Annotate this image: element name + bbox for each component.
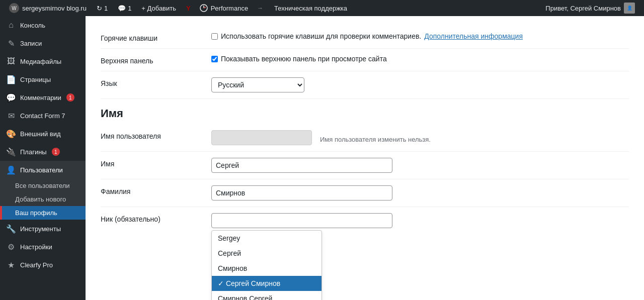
sidebar-label-console: Консоль — [20, 22, 45, 29]
nick-input[interactable] — [211, 213, 392, 228]
username-row: Имя пользователя Имя пользователя измени… — [101, 124, 629, 152]
username-label: Имя пользователя — [101, 130, 201, 140]
sidebar-label-clearfy: Clearfy Pro — [20, 261, 53, 269]
dropdown-option-3[interactable]: ✓ Сергей Смирнов — [212, 276, 321, 291]
sidebar-item-comments[interactable]: 💬 Комментарии 1 — [0, 88, 86, 107]
user-avatar: 👤 — [624, 3, 635, 14]
firstname-input[interactable] — [211, 158, 392, 173]
sidebar-label-settings: Настройки — [20, 243, 52, 251]
performance-icon — [199, 3, 209, 13]
sidebar-item-media[interactable]: 🖼 Медиафайлы — [0, 52, 86, 70]
adminbar-performance[interactable]: Performance — [196, 0, 251, 16]
hotkeys-checkbox-label[interactable]: Использовать горячие клавиши для проверк… — [211, 32, 523, 40]
profile-label: Ваш профиль — [15, 209, 57, 217]
hotkeys-content: Использовать горячие клавиши для проверк… — [211, 32, 629, 40]
sidebar-item-console[interactable]: ⌂ Консоль — [0, 16, 86, 34]
admin-bar: W sergeysmirnov blog.ru ↻ 1 💬 1 + Добави… — [0, 0, 644, 16]
sidebar-item-settings[interactable]: ⚙ Настройки — [0, 238, 86, 256]
username-display — [211, 130, 312, 145]
plugins-badge: 1 — [52, 148, 60, 156]
tools-icon: 🔧 — [6, 224, 16, 234]
dropdown-option-0[interactable]: Sergey — [212, 231, 321, 246]
sidebar-item-plugins[interactable]: 🔌 Плагины 1 — [0, 143, 86, 161]
sidebar-label-users: Пользователи — [20, 166, 63, 174]
update-count: 1 — [104, 5, 108, 12]
toolbar-text: Показывать верхнюю панель при просмотре … — [221, 55, 387, 63]
sidebar-item-clearfy[interactable]: ★ Clearfy Pro — [0, 256, 86, 274]
hotkeys-checkbox[interactable] — [211, 33, 218, 40]
username-note: Имя пользователя изменить нельзя. — [320, 136, 431, 143]
language-content: Русский — [211, 77, 629, 92]
lastname-label: Фамилия — [101, 185, 201, 195]
toolbar-checkbox[interactable] — [211, 56, 218, 62]
sidebar-label-plugins: Плагины — [20, 148, 47, 156]
pages-icon: 📄 — [6, 74, 16, 84]
sidebar-subitem-all-users[interactable]: Все пользователи — [0, 179, 86, 192]
adminbar-site[interactable]: W sergeysmirnov blog.ru — [4, 0, 92, 16]
sidebar-label-cf7: Contact Form 7 — [20, 112, 65, 120]
content-area: Горячие клавиши Использовать горячие кла… — [86, 16, 644, 300]
dropdown-option-4[interactable]: Смирнов Сергей — [212, 291, 321, 300]
dropdown-option-2[interactable]: Смирнов — [212, 261, 321, 276]
nick-dropdown-list: Sergey Сергей Смирнов ✓ Сергей Смирнов С… — [211, 230, 322, 300]
lastname-content — [211, 185, 629, 201]
toolbar-checkbox-label[interactable]: Показывать верхнюю панель при просмотре … — [211, 55, 387, 63]
adminbar-comments[interactable]: 💬 1 — [113, 0, 136, 16]
sidebar-subitem-add-new[interactable]: Добавить нового — [0, 192, 86, 206]
adminbar-yoast[interactable]: Y — [181, 0, 196, 16]
sidebar-label-posts: Записи — [20, 40, 42, 47]
nick-display-content: Sergey Сергей Смирнов ✓ Сергей Смирнов С… — [211, 213, 392, 295]
dropdown-option-1[interactable]: Сергей — [212, 246, 321, 261]
sidebar-label-appearance: Внешний вид — [20, 130, 61, 138]
hotkeys-link[interactable]: Дополнительная информация — [424, 32, 523, 40]
main-layout: ⌂ Консоль ✎ Записи 🖼 Медиафайлы 📄 Страни… — [0, 16, 644, 300]
adminbar-support[interactable]: Техническая поддержка — [269, 0, 352, 16]
hotkeys-text: Использовать горячие клавиши для проверк… — [221, 32, 421, 40]
sidebar-subitem-profile[interactable]: Ваш профиль — [0, 206, 86, 220]
sidebar-item-cf7[interactable]: ✉ Contact Form 7 — [0, 107, 86, 125]
cf7-icon: ✉ — [6, 111, 16, 121]
support-label: Техническая поддержка — [274, 5, 347, 12]
comment-icon: 💬 — [118, 5, 126, 12]
firstname-label: Имя — [101, 158, 201, 168]
firstname-content — [211, 158, 629, 173]
sidebar: ⌂ Консоль ✎ Записи 🖼 Медиафайлы 📄 Страни… — [0, 16, 86, 300]
clearfy-icon: ★ — [6, 260, 16, 270]
sidebar-label-comments: Комментарии — [20, 94, 61, 102]
language-select[interactable]: Русский — [211, 77, 304, 92]
appearance-icon: 🎨 — [6, 129, 16, 139]
console-icon: ⌂ — [6, 20, 16, 30]
firstname-row: Имя — [101, 152, 629, 179]
sidebar-item-users[interactable]: 👤 Пользователи — [0, 161, 86, 179]
user-greeting: Привет, Сергей Смирнов — [545, 5, 621, 12]
adminbar-user[interactable]: Привет, Сергей Смирнов 👤 — [540, 0, 640, 16]
site-name: sergeysmirnov blog.ru — [22, 5, 87, 12]
comments-icon: 💬 — [6, 92, 16, 103]
adminbar-updates[interactable]: ↻ 1 — [92, 0, 113, 16]
comment-count: 1 — [128, 5, 131, 12]
lastname-input[interactable] — [211, 185, 392, 201]
dropdown-selected-label: Сергей Смирнов — [226, 279, 280, 287]
performance-label: Performance — [211, 5, 248, 12]
add-new-label: Добавить нового — [15, 195, 66, 203]
lastname-row: Фамилия — [101, 179, 629, 207]
toolbar-row: Верхняя панель Показывать верхнюю панель… — [101, 49, 629, 71]
all-users-label: Все пользователи — [15, 182, 70, 189]
adminbar-add-new[interactable]: + Добавить — [136, 0, 181, 16]
settings-icon: ⚙ — [6, 242, 16, 252]
sidebar-item-tools[interactable]: 🔧 Инструменты — [0, 220, 86, 238]
media-icon: 🖼 — [6, 56, 16, 66]
wp-logo-icon: W — [9, 3, 19, 13]
language-row: Язык Русский — [101, 71, 629, 99]
add-label: + Добавить — [141, 5, 176, 12]
toolbar-label: Верхняя панель — [101, 55, 201, 65]
sidebar-item-posts[interactable]: ✎ Записи — [0, 34, 86, 52]
sidebar-item-pages[interactable]: 📄 Страницы — [0, 70, 86, 88]
language-label: Язык — [101, 77, 201, 87]
hotkeys-row: Горячие клавиши Использовать горячие кла… — [101, 26, 629, 49]
comments-badge: 1 — [66, 93, 74, 102]
posts-icon: ✎ — [6, 38, 16, 48]
users-icon: 👤 — [6, 165, 16, 175]
nick-display-row: Ник (обязательно) Sergey Сергей Смирнов … — [101, 207, 629, 300]
sidebar-item-appearance[interactable]: 🎨 Внешний вид — [0, 125, 86, 143]
